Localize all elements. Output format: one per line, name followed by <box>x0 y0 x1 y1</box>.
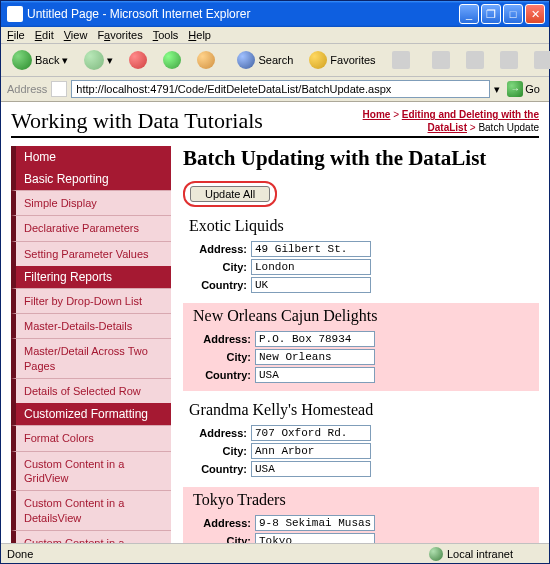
go-icon: → <box>507 81 523 97</box>
stop-button[interactable] <box>124 48 152 72</box>
home-button[interactable] <box>192 48 220 72</box>
menubar: File Edit View Favorites Tools Help <box>1 27 549 44</box>
dropdown-icon: ▾ <box>62 54 68 67</box>
close-button[interactable]: ✕ <box>525 4 545 24</box>
city-label: City: <box>193 535 251 543</box>
menu-view[interactable]: View <box>64 29 88 41</box>
mail-icon <box>432 51 450 69</box>
supplier-block: Grandma Kelly's HomesteadAddress:City:Co… <box>183 401 539 477</box>
supplier-row-address: Address: <box>189 425 539 441</box>
favorites-label: Favorites <box>330 54 375 66</box>
zone-icon <box>429 547 443 561</box>
forward-button[interactable]: ▾ <box>79 47 118 73</box>
country-label: Country: <box>193 369 251 381</box>
restore-button[interactable]: ❐ <box>481 4 501 24</box>
nav-section-header[interactable]: Basic Reporting <box>11 168 171 190</box>
edit-button[interactable] <box>495 48 523 72</box>
forward-icon <box>84 50 104 70</box>
search-button[interactable]: Search <box>232 48 298 72</box>
country-input[interactable] <box>255 367 375 383</box>
breadcrumb: Home > Editing and Deleting with the Dat… <box>339 108 539 134</box>
content-area[interactable]: Working with Data Tutorials Home > Editi… <box>1 102 549 543</box>
refresh-icon <box>163 51 181 69</box>
breadcrumb-sep: > <box>393 109 402 120</box>
page: Working with Data Tutorials Home > Editi… <box>1 102 549 543</box>
favorites-button[interactable]: Favorites <box>304 48 380 72</box>
go-button[interactable]: → Go <box>504 80 543 98</box>
address-label: Address: <box>189 243 247 255</box>
menu-file[interactable]: File <box>7 29 25 41</box>
supplier-row-country: Country: <box>189 461 539 477</box>
nav-section-header[interactable]: Filtering Reports <box>11 266 171 288</box>
nav-item[interactable]: Format Colors <box>11 425 171 450</box>
supplier-row-address: Address: <box>189 241 539 257</box>
country-input[interactable] <box>251 461 371 477</box>
home-icon <box>197 51 215 69</box>
address-label: Address: <box>193 333 251 345</box>
refresh-button[interactable] <box>158 48 186 72</box>
mail-button[interactable] <box>427 48 455 72</box>
address-label: Address: <box>193 517 251 529</box>
update-highlight: Update All <box>183 181 277 207</box>
page-icon <box>51 81 67 97</box>
country-input[interactable] <box>251 277 371 293</box>
zone-label: Local intranet <box>447 548 513 560</box>
country-label: Country: <box>189 279 247 291</box>
country-label: Country: <box>189 463 247 475</box>
history-icon <box>392 51 410 69</box>
print-button[interactable] <box>461 48 489 72</box>
maximize-button[interactable]: □ <box>503 4 523 24</box>
nav-item[interactable]: Setting Parameter Values <box>11 241 171 266</box>
city-label: City: <box>189 445 247 457</box>
city-input[interactable] <box>255 533 375 543</box>
update-all-button[interactable]: Update All <box>190 186 270 202</box>
breadcrumb-home[interactable]: Home <box>363 109 391 120</box>
address-input[interactable] <box>71 80 490 98</box>
breadcrumb-current: Batch Update <box>478 122 539 133</box>
supplier-row-address: Address: <box>193 331 535 347</box>
nav-home[interactable]: Home <box>11 146 171 168</box>
history-button[interactable] <box>387 48 415 72</box>
nav-item[interactable]: Filter by Drop-Down List <box>11 288 171 313</box>
security-zone: Local intranet <box>429 547 513 561</box>
nav-item[interactable]: Custom Content in a DetailsView <box>11 490 171 530</box>
search-icon <box>237 51 255 69</box>
back-icon <box>12 50 32 70</box>
address-input[interactable] <box>255 515 375 531</box>
menu-tools[interactable]: Tools <box>153 29 179 41</box>
menu-help[interactable]: Help <box>188 29 211 41</box>
back-button[interactable]: Back ▾ <box>7 47 73 73</box>
nav-item[interactable]: Details of Selected Row <box>11 378 171 403</box>
address-dropdown-icon[interactable]: ▾ <box>494 83 500 96</box>
go-label: Go <box>525 83 540 95</box>
supplier-row-city: City: <box>189 259 539 275</box>
address-input[interactable] <box>255 331 375 347</box>
stop-icon <box>129 51 147 69</box>
address-input[interactable] <box>251 241 371 257</box>
city-input[interactable] <box>251 259 371 275</box>
city-input[interactable] <box>251 443 371 459</box>
misc-button[interactable] <box>529 48 550 72</box>
misc-icon <box>534 51 550 69</box>
titlebar: Untitled Page - Microsoft Internet Explo… <box>1 1 549 27</box>
nav-item[interactable]: Master/Detail Across Two Pages <box>11 338 171 378</box>
supplier-block: Exotic LiquidsAddress:City:Country: <box>183 217 539 293</box>
nav-item[interactable]: Master-Details-Details <box>11 313 171 338</box>
print-icon <box>466 51 484 69</box>
status-text: Done <box>7 548 33 560</box>
address-input[interactable] <box>251 425 371 441</box>
statusbar: Done Local intranet <box>1 543 549 563</box>
minimize-button[interactable]: _ <box>459 4 479 24</box>
menu-favorites[interactable]: Favorites <box>97 29 142 41</box>
nav-item[interactable]: Declarative Parameters <box>11 215 171 240</box>
sidebar: Home Basic ReportingSimple DisplayDeclar… <box>11 146 171 543</box>
search-label: Search <box>258 54 293 66</box>
menu-edit[interactable]: Edit <box>35 29 54 41</box>
site-title: Working with Data Tutorials <box>11 108 263 134</box>
nav-item[interactable]: Custom Content in a <box>11 530 171 543</box>
nav-item[interactable]: Simple Display <box>11 190 171 215</box>
nav-section-header[interactable]: Customized Formatting <box>11 403 171 425</box>
city-input[interactable] <box>255 349 375 365</box>
toolbar: Back ▾ ▾ Search Favorites <box>1 44 549 77</box>
nav-item[interactable]: Custom Content in a GridView <box>11 451 171 491</box>
